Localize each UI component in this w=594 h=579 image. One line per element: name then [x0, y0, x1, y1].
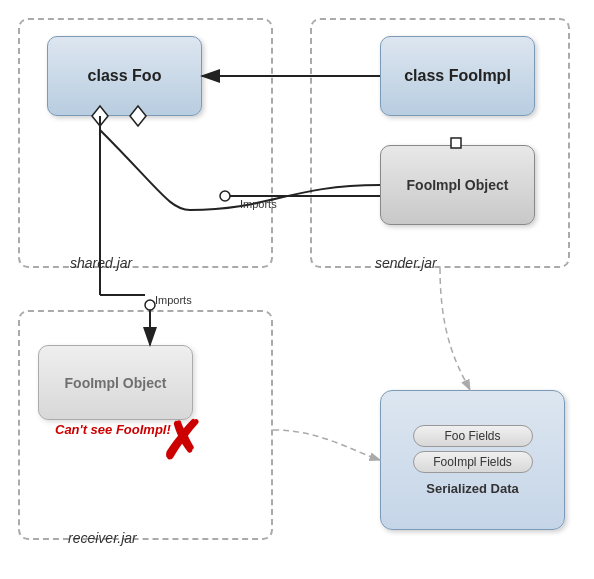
- serialized-data-box: Foo Fields FooImpl Fields Serialized Dat…: [380, 390, 565, 530]
- shared-jar-label: shared.jar: [70, 255, 132, 271]
- fooimpl-object-sender-node: FooImpl Object: [380, 145, 535, 225]
- sender-jar-label: sender.jar: [375, 255, 437, 271]
- svg-point-8: [145, 300, 155, 310]
- fooimpl-object-receiver-label: FooImpl Object: [65, 375, 167, 391]
- imports-label-horizontal: Imports: [240, 198, 277, 210]
- class-fooimpl-label: class FooImpl: [404, 67, 511, 85]
- class-fooimpl-node: class FooImpl: [380, 36, 535, 116]
- fooimpl-fields-item: FooImpl Fields: [413, 451, 533, 473]
- class-foo-label: class Foo: [88, 67, 162, 85]
- x-mark: ✗: [160, 415, 204, 467]
- fooimpl-object-sender-label: FooImpl Object: [407, 177, 509, 193]
- foo-fields-item: Foo Fields: [413, 425, 533, 447]
- receiver-jar-label: receiver.jar: [68, 530, 137, 546]
- fooimpl-object-receiver-node: FooImpl Object: [38, 345, 193, 420]
- diagram-container: shared.jar sender.jar receiver.jar class…: [0, 0, 594, 579]
- imports-label-vertical: Imports: [155, 294, 192, 306]
- error-text: Can't see FooImpl!: [55, 422, 171, 437]
- serialized-title: Serialized Data: [426, 481, 519, 496]
- class-foo-node: class Foo: [47, 36, 202, 116]
